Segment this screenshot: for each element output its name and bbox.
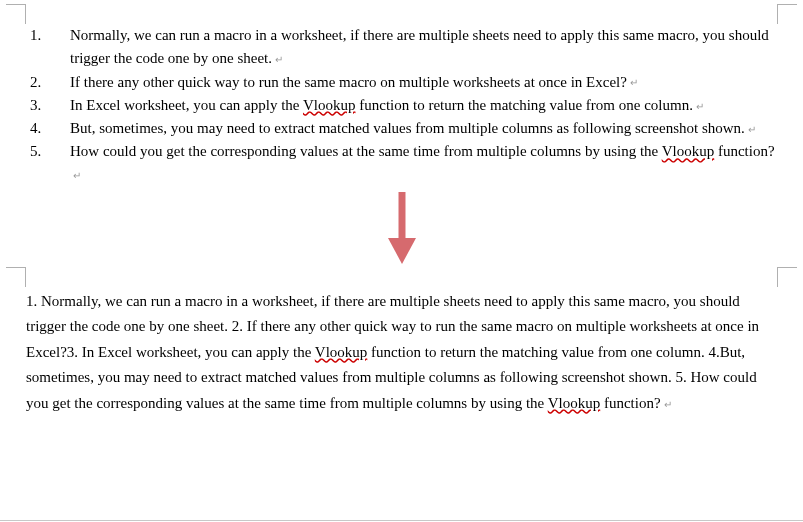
- list-text: How could you get the corresponding valu…: [70, 140, 777, 187]
- list-text: But, sometimes, you may need to extract …: [70, 117, 777, 140]
- list-item: 2. If there any other quick way to run t…: [26, 71, 777, 94]
- crop-mark-tr: [777, 267, 797, 287]
- spellcheck-word: Vlookup: [315, 344, 368, 360]
- bottom-border: [0, 520, 803, 521]
- list-item: 5. How could you get the corresponding v…: [26, 140, 777, 187]
- merged-paragraph: 1. Normally, we can run a macro in a wor…: [26, 287, 777, 419]
- list-number: 2.: [30, 71, 70, 94]
- crop-mark-tl: [6, 4, 26, 24]
- numbered-list-section: 1. Normally, we can run a macro in a wor…: [0, 0, 803, 187]
- list-item: 3. In Excel worksheet, you can apply the…: [26, 94, 777, 117]
- paragraph-mark: ↵: [275, 54, 283, 65]
- paragraph-mark: ↵: [630, 77, 638, 88]
- down-arrow-icon: [382, 188, 422, 266]
- list-number: 5.: [30, 140, 70, 187]
- spellcheck-word: Vlookup: [548, 395, 601, 411]
- spellcheck-word: Vlookup: [662, 143, 715, 159]
- list-text: In Excel worksheet, you can apply the Vl…: [70, 94, 777, 117]
- spellcheck-word: Vlookup: [303, 97, 356, 113]
- paragraph-mark: ↵: [73, 170, 81, 181]
- paragraph-mark: ↵: [696, 101, 704, 112]
- list-number: 3.: [30, 94, 70, 117]
- list-text: If there any other quick way to run the …: [70, 71, 777, 94]
- list-number: 1.: [30, 24, 70, 71]
- paragraph-mark: ↵: [748, 124, 756, 135]
- crop-mark-tl: [6, 267, 26, 287]
- list-text: Normally, we can run a macro in a worksh…: [70, 24, 777, 71]
- paragraph-section: 1. Normally, we can run a macro in a wor…: [0, 267, 803, 419]
- list-number: 4.: [30, 117, 70, 140]
- list-item: 4. But, sometimes, you may need to extra…: [26, 117, 777, 140]
- numbered-list: 1. Normally, we can run a macro in a wor…: [26, 24, 777, 187]
- list-item: 1. Normally, we can run a macro in a wor…: [26, 24, 777, 71]
- crop-mark-tr: [777, 4, 797, 24]
- arrow-zone: [0, 187, 803, 267]
- svg-marker-1: [388, 238, 416, 264]
- paragraph-mark: ↵: [664, 399, 672, 410]
